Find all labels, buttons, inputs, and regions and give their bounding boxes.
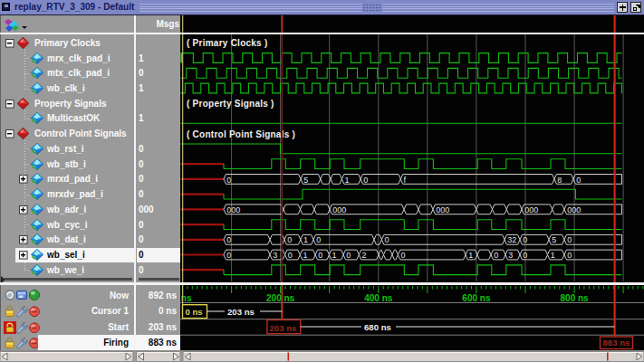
svg-text:2: 2 (362, 251, 367, 260)
svg-text:5: 5 (303, 176, 308, 185)
svg-text:000: 000 (524, 205, 538, 214)
svg-text:0: 0 (494, 251, 498, 260)
svg-text:1: 1 (303, 251, 308, 260)
svg-text:1: 1 (303, 235, 308, 244)
svg-text:680 ns: 680 ns (364, 322, 391, 332)
svg-text:5: 5 (552, 235, 556, 244)
svg-text:0: 0 (523, 235, 527, 244)
svg-text:0: 0 (288, 251, 293, 260)
svg-text:0: 0 (318, 251, 322, 260)
svg-text:200 ns: 200 ns (266, 293, 295, 303)
svg-text:883 ns: 883 ns (603, 338, 630, 348)
svg-text:203 ns: 203 ns (270, 323, 297, 333)
svg-text:0 ns: 0 ns (186, 307, 203, 317)
svg-text:1: 1 (345, 176, 350, 185)
svg-text:0: 0 (401, 251, 406, 260)
svg-text:0: 0 (287, 235, 292, 244)
svg-text:1: 1 (551, 251, 555, 260)
svg-text:8: 8 (557, 176, 562, 185)
svg-text:0: 0 (226, 251, 231, 260)
svg-text:000: 000 (567, 205, 581, 214)
svg-text:203 ns: 203 ns (227, 307, 255, 317)
svg-text:0: 0 (226, 235, 231, 244)
svg-text:1: 1 (332, 251, 337, 260)
svg-text:000: 000 (332, 205, 346, 214)
svg-text:3: 3 (508, 251, 513, 260)
svg-text:0: 0 (523, 251, 527, 260)
svg-text:600 ns: 600 ns (462, 293, 491, 303)
svg-text:0: 0 (576, 176, 581, 185)
svg-text:32: 32 (507, 235, 516, 244)
svg-text:0: 0 (346, 251, 351, 260)
svg-text:( Control Point Signals ): ( Control Point Signals ) (187, 129, 295, 139)
svg-text:000: 000 (436, 205, 449, 214)
svg-text:0: 0 (363, 176, 368, 185)
svg-text:400 ns: 400 ns (364, 293, 393, 303)
svg-text:( Primary Clocks ): ( Primary Clocks ) (187, 38, 268, 48)
svg-text:000: 000 (226, 205, 240, 214)
svg-text:( Property Signals ): ( Property Signals ) (187, 99, 274, 109)
svg-text:1: 1 (468, 251, 473, 260)
svg-text:0 ns: 0 ns (180, 293, 192, 303)
svg-text:0: 0 (226, 176, 231, 185)
svg-text:0: 0 (316, 235, 321, 244)
svg-text:0: 0 (567, 235, 572, 244)
svg-text:0: 0 (567, 251, 572, 260)
svg-text:3: 3 (273, 251, 277, 260)
svg-text:800 ns: 800 ns (561, 293, 590, 303)
svg-text:0: 0 (385, 235, 389, 244)
